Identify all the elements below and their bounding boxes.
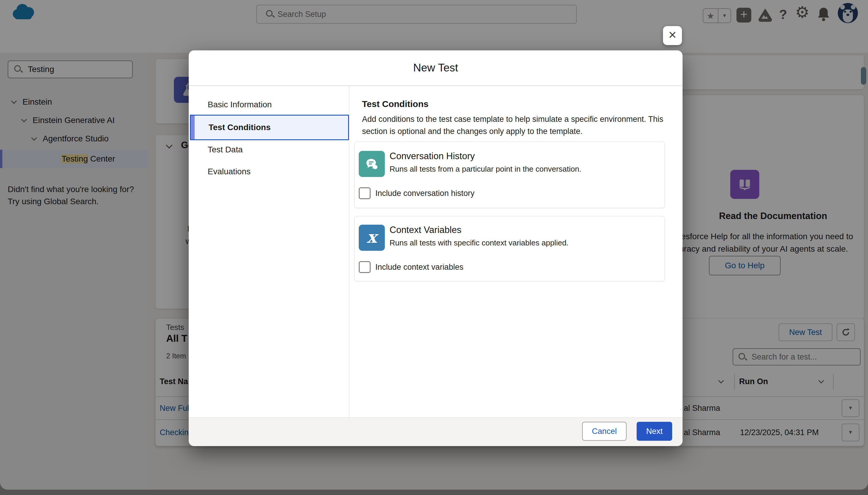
modal-title: New Test [413, 62, 458, 74]
variable-x-icon: x [367, 228, 376, 245]
modal-column-divider [349, 86, 349, 417]
modal-nav-test-data[interactable]: Test Data [208, 145, 243, 154]
new-test-modal: New Test Basic Information Test Conditio… [189, 50, 683, 446]
chat-bubble-icon [364, 156, 379, 172]
modal-header: New Test [189, 50, 683, 86]
next-label: Next [646, 427, 663, 436]
conversation-history-card: Conversation History Runs all tests from… [354, 142, 665, 208]
context-variables-icon-tile: x [359, 225, 385, 251]
modal-nav-label: Test Conditions [209, 123, 270, 132]
include-conversation-history-checkbox[interactable] [359, 187, 371, 199]
card-title: Context Variables [390, 225, 461, 235]
modal-section-heading: Test Conditions [362, 99, 428, 109]
context-variables-card: x Context Variables Runs all tests with … [354, 216, 665, 281]
include-context-variables-checkbox[interactable] [359, 261, 371, 273]
next-button[interactable]: Next [637, 422, 672, 441]
modal-close-button[interactable]: × [663, 26, 682, 45]
modal-footer: Cancel Next [189, 417, 683, 446]
card-subtitle: Runs all tests from a particular point i… [390, 165, 581, 174]
card-subtitle: Runs all tests with specific context var… [390, 238, 568, 248]
conversation-history-icon-tile [359, 151, 385, 177]
checkbox-label[interactable]: Include context variables [375, 262, 463, 272]
modal-section-description: Add conditions to the test case template… [362, 113, 666, 138]
modal-nav-test-conditions-selected[interactable]: Test Conditions [190, 115, 349, 140]
cancel-label: Cancel [592, 427, 617, 436]
modal-nav-basic-information[interactable]: Basic Information [208, 100, 272, 109]
close-x-icon: × [669, 28, 677, 41]
checkbox-label[interactable]: Include conversation history [375, 189, 475, 198]
selected-accent-bar [191, 116, 195, 139]
screen: ★ ▼ + ? ⚙ [0, 0, 868, 495]
modal-nav-evaluations[interactable]: Evaluations [208, 167, 251, 176]
card-title: Conversation History [390, 151, 475, 161]
cancel-button[interactable]: Cancel [582, 422, 626, 441]
